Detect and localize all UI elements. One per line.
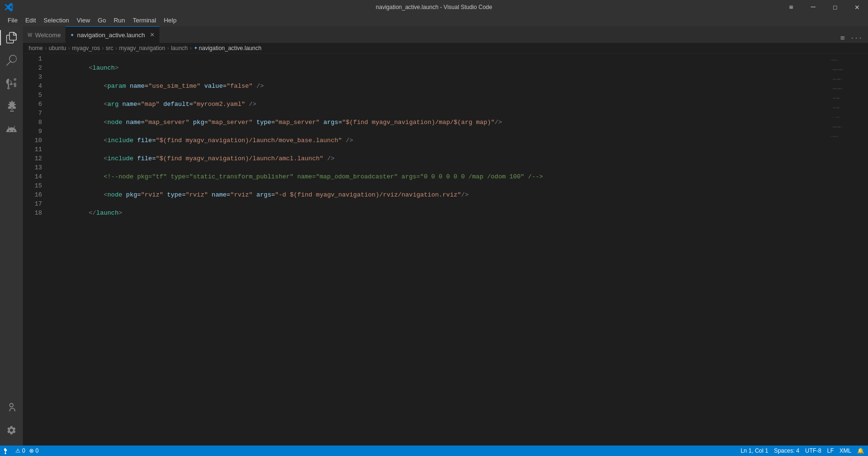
breadcrumb-src[interactable]: src (105, 45, 113, 52)
warnings-count[interactable]: ⊗ 0 (29, 447, 39, 454)
code-line-1: <launch> (52, 54, 830, 63)
breadcrumb-myagv-navigation[interactable]: myagv_navigation (119, 45, 165, 52)
language-mode[interactable]: XML (839, 447, 851, 454)
menu-bar: File Edit Selection View Go Run Terminal… (0, 14, 868, 26)
menu-file[interactable]: File (4, 16, 21, 25)
tab-navigation-active-launch[interactable]: ✦ navigation_active.launch ✕ (65, 26, 159, 43)
code-line-7: <node name="map_server" pkg="map_server"… (52, 109, 830, 118)
notification-bell[interactable]: 🔔 (857, 447, 864, 454)
vscode-logo (4, 2, 13, 14)
code-line-18 (52, 208, 830, 218)
tabs-right-actions: ⊞ ··· (838, 33, 868, 43)
encoding[interactable]: UTF-8 (805, 447, 821, 454)
more-actions-icon[interactable]: ··· (848, 33, 864, 43)
breadcrumb-file-icon: ✦ (194, 45, 198, 51)
code-line-2 (52, 63, 830, 73)
breadcrumb: home › ubuntu › myagv_ros › src › myagv_… (23, 43, 868, 53)
tab-welcome-label: Welcome (35, 31, 61, 39)
window-title: navigation_active.launch - Visual Studio… (376, 4, 492, 10)
code-line-15: <node pkg="rviz" type="rviz" name="rviz"… (52, 181, 830, 190)
breadcrumb-filename[interactable]: ✦ navigation_active.launch (194, 45, 261, 52)
split-editor-icon[interactable]: ⊞ (838, 33, 846, 43)
sidebar-item-source-control[interactable] (0, 72, 23, 95)
welcome-tab-icon: W (28, 32, 32, 38)
sidebar-item-search[interactable] (0, 49, 23, 72)
code-line-9: <include file="$(find myagv_navigation)/… (52, 127, 830, 136)
breadcrumb-home[interactable]: home (29, 45, 43, 52)
code-editor[interactable]: 1 2 3 4 5 6 7 8 9 10 11 12 13 14 15 16 1… (23, 53, 868, 446)
vscode-icon (4, 2, 13, 12)
menu-view[interactable]: View (73, 16, 94, 25)
launch-tab-icon: ✦ (70, 32, 74, 38)
tab-launch-label: navigation_active.launch (77, 31, 145, 39)
account-icon[interactable] (0, 396, 23, 419)
tab-welcome[interactable]: W Welcome (23, 26, 65, 43)
code-line-3: <param name="use_sim_time" value="false"… (52, 73, 830, 82)
code-line-5: <arg name="map" default="myroom2.yaml" /… (52, 91, 830, 100)
sidebar-item-debug[interactable] (0, 95, 23, 118)
breadcrumb-ubuntu[interactable]: ubuntu (49, 45, 66, 52)
status-right: Ln 1, Col 1 Spaces: 4 UTF-8 LF XML 🔔 (741, 447, 864, 454)
sidebar-item-explorer[interactable] (0, 26, 23, 49)
activity-bar (0, 26, 23, 446)
menu-selection[interactable]: Selection (40, 16, 73, 25)
menu-go[interactable]: Go (94, 16, 110, 25)
menu-edit[interactable]: Edit (21, 16, 40, 25)
code-line-13: <!--node pkg="tf" type="static_transform… (52, 163, 830, 172)
menu-help[interactable]: Help (160, 16, 180, 25)
git-branch[interactable] (4, 447, 11, 455)
cursor-position[interactable]: Ln 1, Col 1 (741, 447, 768, 454)
close-button[interactable]: ✕ (846, 0, 868, 14)
activity-bar-bottom (0, 396, 23, 446)
new-window-button[interactable]: ⊞ (780, 0, 802, 14)
code-line-17: </launch> (52, 199, 830, 208)
breadcrumb-myagv-ros[interactable]: myagv_ros (72, 45, 100, 52)
maximize-button[interactable]: ☐ (824, 0, 846, 14)
line-ending[interactable]: LF (827, 447, 834, 454)
main-layout: W Welcome ✦ navigation_active.launch ✕ ⊞… (0, 26, 868, 446)
breadcrumb-launch[interactable]: launch (171, 45, 188, 52)
window-controls: ⊞ — ☐ ✕ (780, 0, 868, 14)
line-numbers: 1 2 3 4 5 6 7 8 9 10 11 12 13 14 15 16 1… (23, 53, 47, 446)
status-bar: ⚠ 0 ⊗ 0 Ln 1, Col 1 Spaces: 4 UTF-8 LF X… (0, 446, 868, 456)
errors-count[interactable]: ⚠ 0 (15, 447, 25, 454)
minimap: <launch> <param name=... <arg name=... <… (830, 53, 868, 446)
minimize-button[interactable]: — (802, 0, 824, 14)
status-left: ⚠ 0 ⊗ 0 (4, 447, 39, 455)
indentation[interactable]: Spaces: 4 (774, 447, 799, 454)
code-content[interactable]: <launch> <param name="use_sim_time" valu… (47, 53, 830, 446)
menu-terminal[interactable]: Terminal (129, 16, 160, 25)
tabs-bar: W Welcome ✦ navigation_active.launch ✕ ⊞… (23, 26, 868, 43)
code-line-11: <include file="$(find myagv_navigation)/… (52, 145, 830, 154)
close-tab-button[interactable]: ✕ (150, 31, 155, 38)
settings-icon[interactable] (0, 419, 23, 442)
sidebar-item-extensions[interactable] (0, 118, 23, 141)
title-bar: navigation_active.launch - Visual Studio… (0, 0, 868, 14)
editor-area: W Welcome ✦ navigation_active.launch ✕ ⊞… (23, 26, 868, 446)
menu-run[interactable]: Run (110, 16, 129, 25)
